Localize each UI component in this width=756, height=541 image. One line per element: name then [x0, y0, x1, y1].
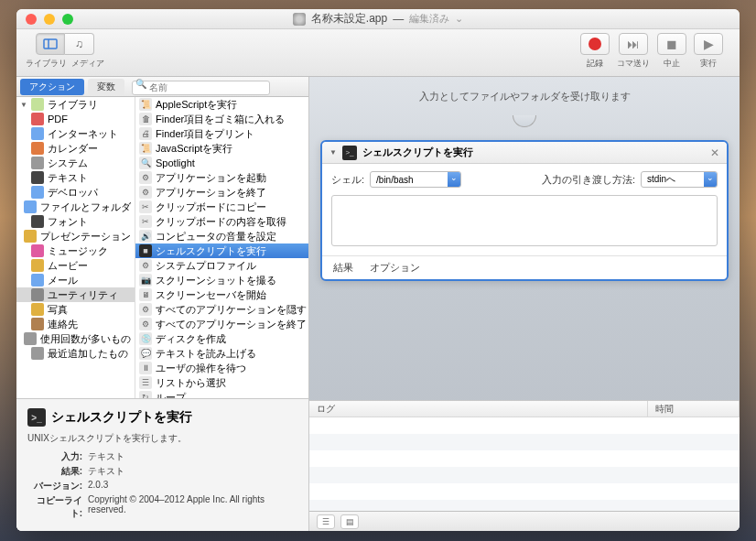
category-icon [24, 230, 37, 243]
action-item[interactable]: 📜JavaScriptを実行 [135, 141, 308, 156]
action-item[interactable]: 🖥スクリーンセーバを開始 [135, 287, 308, 302]
window-title: 名称未設定.app — 編集済み ⌄ [16, 11, 740, 27]
action-item[interactable]: ⚙アプリケーションを起動 [135, 170, 308, 185]
category-icon [24, 200, 37, 213]
action-item-label: スクリーンショットを撮る [156, 274, 276, 287]
category-icon [31, 259, 44, 272]
sidebar-item[interactable]: プレゼンテーション [16, 229, 135, 243]
sidebar-item[interactable]: フォント [16, 214, 135, 229]
sidebar-item-label: テキスト [48, 171, 88, 185]
record-label: 記録 [587, 58, 603, 70]
step-button[interactable]: ⏭ [619, 33, 648, 55]
tab-action[interactable]: アクション [20, 79, 84, 95]
action-item[interactable]: ■シェルスクリプトを実行 [135, 243, 308, 258]
status-bar: ☰ ▤ [309, 511, 740, 531]
action-item[interactable]: ✂クリップボードの内容を取得 [135, 214, 308, 229]
category-list[interactable]: ▼ライブラリPDFインターネットカレンダーシステムテキストデベロッパファイルとフ… [16, 97, 135, 398]
sidebar-item[interactable]: 写真 [16, 302, 135, 317]
sidebar-item[interactable]: ミュージック [16, 243, 135, 258]
action-item-label: リストから選択 [156, 376, 226, 390]
action-header[interactable]: ▼ >_ シェルスクリプトを実行 ✕ [322, 142, 727, 164]
tab-variable[interactable]: 変数 [88, 79, 124, 95]
log-col-time[interactable]: 時間 [648, 401, 740, 417]
sidebar-item[interactable]: ファイルとフォルダ [16, 200, 135, 214]
log-col-log[interactable]: ログ [309, 401, 648, 417]
action-item[interactable]: 🔊コンピュータの音量を設定 [135, 229, 308, 243]
run-button[interactable]: ▶ [694, 33, 723, 55]
body: アクション 変数 ▼ライブラリPDFインターネットカレンダーシステムテキストデベ… [16, 77, 740, 531]
library-tabs: アクション 変数 [16, 77, 308, 97]
category-icon [31, 288, 44, 301]
library-toggle-group: ♫ ライブラリ メディア [26, 33, 104, 70]
sidebar-item[interactable]: システム [16, 156, 135, 170]
sidebar-item[interactable]: PDF [16, 112, 135, 126]
sidebar-item-label: 使用回数が多いもの [40, 332, 131, 346]
action-item-label: スクリーンセーバを開始 [156, 288, 266, 302]
sidebar-item[interactable]: インターネット [16, 126, 135, 141]
document-icon [293, 13, 306, 26]
action-icon: ⏸ [139, 362, 152, 374]
record-button[interactable] [580, 33, 610, 55]
shell-select[interactable]: /bin/bash [370, 171, 461, 188]
close-icon[interactable]: ✕ [710, 146, 719, 159]
action-item[interactable]: ⚙アプリケーションを終了 [135, 185, 308, 200]
action-icon: 💿 [139, 332, 152, 345]
sidebar-item[interactable]: カレンダー [16, 141, 135, 156]
action-item[interactable]: 🖨Finder項目をプリント [135, 126, 308, 141]
pass-select[interactable]: stdinへ [641, 171, 718, 188]
media-button[interactable]: ♫ [65, 33, 94, 55]
stop-label: 中止 [664, 58, 680, 70]
category-icon [31, 142, 44, 155]
workflow-view-button[interactable]: ☰ [317, 514, 335, 529]
sidebar-item[interactable]: メール [16, 273, 135, 287]
action-item[interactable]: ⚙すべてのアプリケーションを終了 [135, 317, 308, 331]
left-panel: アクション 変数 ▼ライブラリPDFインターネットカレンダーシステムテキストデベ… [16, 77, 309, 531]
action-icon: ⚙ [139, 171, 152, 184]
action-item[interactable]: 💿ディスクを作成 [135, 331, 308, 346]
sidebar-item-label: 写真 [48, 303, 68, 317]
info-value: テキスト [88, 465, 297, 478]
pass-value: stdinへ [647, 173, 675, 186]
zoom-button[interactable] [62, 14, 73, 25]
sidebar-item[interactable]: 最近追加したもの [16, 346, 135, 361]
sidebar-item[interactable]: デベロッパ [16, 185, 135, 200]
close-button[interactable] [26, 14, 37, 25]
action-item[interactable]: ✂クリップボードにコピー [135, 200, 308, 214]
stop-button[interactable]: ◼ [657, 33, 686, 55]
action-item[interactable]: 📷スクリーンショットを撮る [135, 273, 308, 287]
info-key: 結果: [27, 465, 82, 478]
shell-label: シェル: [331, 173, 364, 187]
action-item[interactable]: 💬テキストを読み上げる [135, 346, 308, 361]
action-icon: 📷 [139, 274, 152, 287]
action-item[interactable]: 📜AppleScriptを実行 [135, 97, 308, 112]
action-item[interactable]: 🔍Spotlight [135, 156, 308, 170]
minimize-button[interactable] [44, 14, 55, 25]
library-button[interactable] [36, 33, 65, 55]
action-item[interactable]: 🗑Finder項目をゴミ箱に入れる [135, 112, 308, 126]
results-tab[interactable]: 結果 [333, 261, 353, 275]
action-title: シェルスクリプトを実行 [362, 146, 473, 159]
sidebar-item[interactable]: 連絡先 [16, 317, 135, 331]
sidebar-item[interactable]: ムービー [16, 258, 135, 273]
action-item[interactable]: ⚙すべてのアプリケーションを隠す [135, 302, 308, 317]
search-input[interactable] [132, 81, 270, 95]
action-item[interactable]: ⚙システムプロファイル [135, 258, 308, 273]
sidebar-item-label: ライブラリ [48, 98, 98, 112]
action-item[interactable]: ⏸ユーザの操作を待つ [135, 361, 308, 375]
sidebar-item[interactable]: 使用回数が多いもの [16, 331, 135, 346]
disclosure-icon[interactable]: ▼ [329, 148, 337, 157]
action-list[interactable]: 📜AppleScriptを実行🗑Finder項目をゴミ箱に入れる🖨Finder項… [135, 97, 308, 398]
action-item-label: ユーザの操作を待つ [156, 362, 246, 375]
log-area: ログ 時間 [309, 400, 740, 511]
sidebar-item[interactable]: テキスト [16, 170, 135, 185]
action-icon: ⚙ [139, 318, 152, 330]
action-item[interactable]: ☰リストから選択 [135, 375, 308, 390]
sidebar-item[interactable]: ユーティリティ [16, 287, 135, 302]
action-item[interactable]: ↻ループ [135, 390, 308, 398]
script-textarea[interactable] [331, 195, 718, 246]
options-tab[interactable]: オプション [370, 261, 420, 275]
log-view-button[interactable]: ▤ [340, 514, 359, 529]
workflow-action[interactable]: ▼ >_ シェルスクリプトを実行 ✕ シェル: /bin/bash 入力の引き渡… [320, 140, 729, 281]
action-item-label: アプリケーションを起動 [156, 171, 266, 185]
sidebar-item[interactable]: ▼ライブラリ [16, 97, 135, 112]
